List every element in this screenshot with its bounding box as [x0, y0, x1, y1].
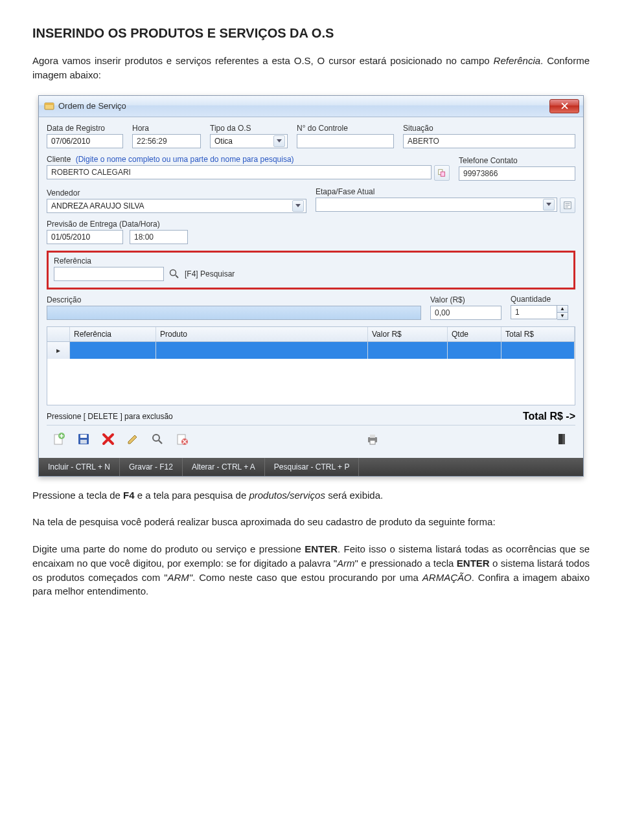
svg-point-12 — [153, 435, 159, 441]
situacao-input[interactable]: ABERTO — [403, 134, 575, 148]
label-quantidade: Quantidade — [511, 295, 575, 304]
referencia-input[interactable] — [54, 267, 164, 281]
shortcut-gravar: Gravar - F12 — [120, 458, 183, 476]
intro-paragraph: Agora vamos inserir produtos e serviços … — [32, 54, 590, 82]
delete-hint: Pressione [ DELETE ] para exclusão — [47, 412, 173, 421]
toolbar-save-button[interactable] — [74, 429, 93, 449]
svg-rect-18 — [370, 440, 375, 444]
text-run-italic: ARMAÇÃO — [422, 572, 472, 583]
items-grid: Referência Produto Valor R$ Qtde Total R… — [47, 326, 575, 405]
page-title: INSERINDO OS PRODUTOS E SERVIÇOS DA O.S — [32, 26, 590, 41]
text-run-italic: Referência — [494, 55, 541, 66]
hora-input[interactable]: 22:56:29 — [132, 134, 201, 148]
cliente-hint: (Digite o nome completo ou uma parte do … — [76, 155, 294, 164]
valor-input[interactable]: 0,00 — [430, 306, 501, 320]
previsao-hora-value: 18:00 — [134, 233, 154, 242]
toolbar-search-button[interactable] — [148, 429, 167, 449]
cell-valor — [368, 342, 448, 359]
toolbar — [47, 425, 575, 453]
form-body: Data de Registro 07/06/2010 Hora 22:56:2… — [39, 117, 583, 458]
etapa-select[interactable] — [316, 198, 557, 212]
label-cliente: Cliente (Digite o nome completo ou uma p… — [47, 155, 450, 164]
window-title: Ordem de Serviço — [58, 101, 549, 111]
grid-row-selected[interactable]: ▸ — [47, 342, 575, 359]
svg-rect-3 — [441, 172, 444, 176]
grid-handle-col — [47, 327, 70, 341]
cell-total — [501, 342, 575, 359]
text-run-bold: ENTER — [457, 558, 490, 569]
svg-line-13 — [159, 440, 162, 444]
text-run: . Como neste caso que estou procurando p… — [192, 572, 422, 583]
spin-up-icon[interactable]: ▲ — [557, 306, 568, 313]
referencia-highlight-box: Referência [F4] Pesquisar — [47, 251, 575, 289]
previsao-data-value: 01/05/2010 — [51, 233, 90, 242]
label-telefone: Telefone Contato — [459, 156, 575, 165]
row-indicator-icon: ▸ — [47, 342, 70, 359]
pesquisar-hint: [F4] Pesquisar — [185, 269, 235, 278]
grid-col-qtde[interactable]: Qtde — [448, 327, 501, 341]
text-run: " e pressionado a tecla — [354, 558, 456, 569]
cell-qtde — [448, 342, 501, 359]
toolbar-exit-button[interactable] — [553, 429, 573, 449]
toolbar-edit-button[interactable] — [123, 429, 143, 449]
shortcut-bar: Incluir - CTRL + N Gravar - F12 Alterar … — [39, 458, 583, 476]
vendedor-value: ANDREZA ARAUJO SILVA — [51, 201, 144, 210]
chevron-down-icon — [273, 135, 285, 147]
toolbar-clear-button[interactable] — [172, 429, 192, 449]
hora-value: 22:56:29 — [137, 137, 167, 146]
text-run-italic: ARM" — [167, 572, 192, 583]
after-paragraph-1: Pressione a tecla de F4 e a tela para pe… — [32, 488, 590, 503]
shortcut-incluir: Incluir - CTRL + N — [39, 458, 120, 476]
close-button[interactable] — [549, 99, 579, 113]
label-hora: Hora — [132, 124, 201, 133]
label-vendedor: Vendedor — [47, 188, 306, 198]
vendedor-select[interactable]: ANDREZA ARAUJO SILVA — [47, 199, 306, 213]
grid-body — [47, 359, 575, 405]
cliente-lookup-button[interactable] — [434, 165, 450, 181]
quantidade-stepper[interactable]: 1 ▲ ▼ — [511, 305, 575, 320]
toolbar-print-button[interactable] — [363, 429, 382, 449]
grid-col-produto[interactable]: Produto — [156, 327, 368, 341]
svg-rect-10 — [80, 435, 87, 438]
spin-down-icon[interactable]: ▼ — [557, 313, 568, 319]
cliente-value: ROBERTO CALEGARI — [51, 168, 131, 177]
text-run: Digite uma parte do nome do produto ou s… — [32, 543, 305, 554]
svg-rect-17 — [370, 435, 375, 438]
etapa-action-button[interactable] — [560, 198, 575, 213]
data-registro-value: 07/06/2010 — [51, 137, 90, 146]
titlebar: Ordem de Serviço — [39, 96, 583, 117]
grid-header: Referência Produto Valor R$ Qtde Total R… — [47, 327, 575, 342]
app-icon — [44, 101, 54, 111]
svg-point-5 — [170, 269, 176, 275]
text-run: Pressione a tecla de — [32, 490, 123, 501]
label-n-controle: N° do Controle — [297, 124, 394, 133]
n-controle-input[interactable] — [297, 134, 394, 148]
descricao-input[interactable] — [47, 306, 421, 320]
quantidade-value: 1 — [515, 308, 520, 317]
shortcut-alterar: Alterar - CTRL + A — [183, 458, 265, 476]
grid-col-referencia[interactable]: Referência — [70, 327, 156, 341]
app-window: Ordem de Serviço Data de Registro 07/06/… — [38, 95, 584, 477]
telefone-input[interactable]: 99973866 — [459, 166, 575, 181]
label-situacao: Situação — [403, 124, 575, 133]
previsao-hora-input[interactable]: 18:00 — [130, 230, 188, 244]
tipo-os-select[interactable]: Otica — [210, 134, 288, 148]
cell-referencia — [70, 342, 156, 359]
after-paragraph-2: Na tela de pesquisa você poderá realizar… — [32, 515, 590, 529]
previsao-data-input[interactable]: 01/05/2010 — [47, 230, 123, 244]
grid-col-valor[interactable]: Valor R$ — [368, 327, 448, 341]
cell-produto — [156, 342, 368, 359]
text-run: será exibida. — [325, 490, 383, 501]
chevron-down-icon — [543, 199, 555, 210]
toolbar-new-button[interactable] — [49, 429, 69, 449]
data-registro-input[interactable]: 07/06/2010 — [47, 134, 123, 148]
tipo-os-value: Otica — [214, 137, 233, 146]
label-etapa: Etapa/Fase Atual — [316, 187, 575, 196]
grid-col-total[interactable]: Total R$ — [501, 327, 575, 341]
search-icon — [169, 269, 179, 279]
label-referencia: Referência — [54, 256, 568, 266]
total-label: Total R$ -> — [523, 411, 575, 422]
label-valor: Valor (R$) — [430, 295, 501, 304]
cliente-input[interactable]: ROBERTO CALEGARI — [47, 165, 432, 179]
toolbar-delete-button[interactable] — [98, 429, 118, 449]
